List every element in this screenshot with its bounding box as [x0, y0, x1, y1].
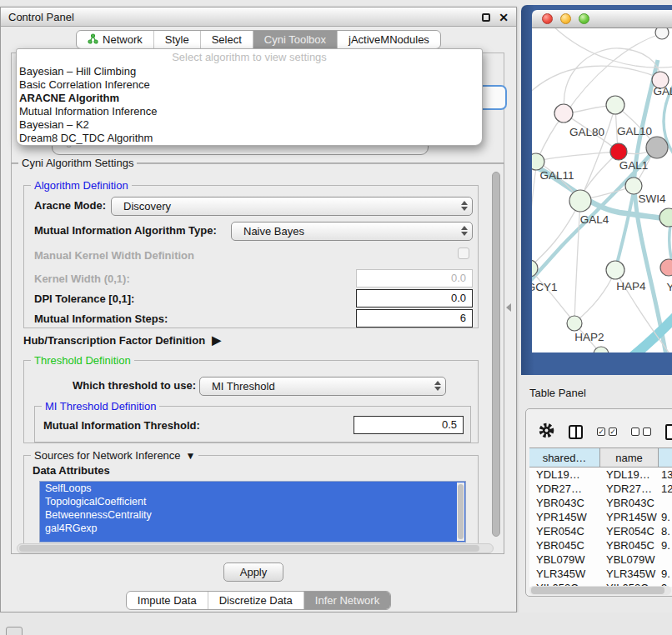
algorithm-option[interactable]: ARACNE Algorithm	[17, 92, 482, 105]
hub-definition-expander[interactable]: Hub/Transcription Factor Definition▶	[23, 333, 221, 347]
which-threshold-combobox[interactable]: MI Threshold	[199, 377, 446, 396]
network-node-hap4[interactable]	[606, 261, 624, 279]
network-node[interactable]	[646, 137, 668, 158]
table-cell: YDL19…	[529, 468, 599, 482]
tab-label: Discretize Data	[219, 594, 293, 607]
network-canvas[interactable]: GALGAL80GAL10GAL1GAL11SWI4GAL4GCY1HAP4YH…	[532, 28, 672, 352]
new-table-icon[interactable]	[665, 424, 672, 440]
tab-select[interactable]: Select	[200, 31, 253, 48]
gear-icon[interactable]	[539, 422, 554, 441]
table-cell: YDL19…	[599, 468, 658, 482]
mi-threshold-definition-title: MI Threshold Definition	[42, 400, 159, 412]
table-row[interactable]: YDR27…YDR27…12	[529, 482, 672, 496]
algorithm-option[interactable]: Bayesian – Hill Climbing	[17, 65, 482, 78]
network-node-swi4[interactable]	[625, 178, 642, 194]
table-row[interactable]: YBL079WYBL079W	[529, 552, 672, 567]
tab-cyni-toolbox[interactable]: Cyni Toolbox	[253, 31, 337, 48]
data-attribute-item[interactable]: SelfLoops	[40, 482, 465, 495]
network-node-gal4[interactable]	[569, 190, 591, 212]
columns-icon[interactable]	[569, 425, 583, 439]
network-node-gal1[interactable]	[610, 143, 627, 160]
table-cell: YBL079W	[529, 552, 599, 567]
network-node[interactable]	[659, 208, 672, 227]
close-icon[interactable]: ✕	[499, 13, 509, 22]
mi-threshold-field[interactable]: 0.5	[354, 416, 464, 434]
kernel-width-field[interactable]: 0.0	[356, 269, 473, 288]
algorithm-option[interactable]: Dream8 DC_TDC Algorithm	[17, 132, 482, 145]
data-attribute-item[interactable]: gal4RGexp	[40, 522, 465, 535]
threshold-definition-title: Threshold Definition	[31, 354, 134, 367]
network-window-titlebar	[532, 10, 672, 28]
table-cell: YDR27…	[529, 482, 599, 496]
table-row[interactable]: YDL19…YDL19…13	[529, 468, 672, 482]
node-label: GAL1	[619, 159, 649, 172]
algorithm-option[interactable]: Basic Correlation Inference	[17, 78, 482, 92]
split-pane-collapse-arrow[interactable]	[506, 303, 511, 312]
tab-style[interactable]: Style	[153, 31, 200, 48]
tab-jactivemnodules[interactable]: jActiveMNodules	[337, 31, 440, 48]
network-node-hap2[interactable]	[567, 316, 582, 331]
dpi-tolerance-field[interactable]: 0.0	[356, 289, 473, 308]
algorithm-option[interactable]: Bayesian – K2	[17, 118, 482, 132]
table-row[interactable]: YER054CYER054C8.	[529, 524, 672, 538]
settings-scrollbar[interactable]	[492, 172, 500, 537]
table-cell: YBR045C	[529, 538, 599, 552]
column-header[interactable]: shared…	[529, 448, 599, 467]
table-row[interactable]: YBR043CYBR043C	[529, 496, 672, 510]
table-panel: ✓✓ shared…nameA YDL19…YDL19…13YDR27…YDR2…	[525, 408, 672, 597]
minimize-traffic-light-icon[interactable]	[560, 13, 571, 24]
collapse-arrow-icon[interactable]: ▼	[186, 450, 196, 462]
attributes-scrollbar[interactable]	[457, 482, 464, 541]
network-node-y[interactable]	[660, 259, 672, 276]
tab-network[interactable]: Network	[77, 31, 153, 48]
deselect-all-checkboxes-icon[interactable]	[631, 428, 651, 436]
column-header[interactable]: A	[658, 448, 672, 467]
tab-discretize-data[interactable]: Discretize Data	[208, 592, 303, 609]
aracne-mode-combobox[interactable]: Discovery	[111, 197, 473, 216]
table-row[interactable]: YPR145WYPR145W9.	[529, 510, 672, 524]
table-row[interactable]: YBR045CYBR045C9.	[529, 538, 672, 552]
table-cell: YDR27…	[599, 482, 658, 496]
bottom-tabbar: Impute Data Discretize Data Infer Networ…	[1, 591, 516, 610]
tab-label: Impute Data	[138, 594, 197, 607]
table-row[interactable]: YLR345WYLR345W9.	[529, 567, 672, 581]
settings-horizontal-scrollbar[interactable]	[17, 543, 494, 553]
tab-infer-network[interactable]: Infer Network	[303, 592, 390, 609]
network-node-gal10[interactable]	[606, 96, 624, 114]
column-header[interactable]: name	[599, 448, 658, 467]
table-cell	[658, 496, 672, 510]
select-all-checkboxes-icon[interactable]: ✓✓	[597, 428, 617, 436]
close-traffic-light-icon[interactable]	[542, 13, 553, 24]
algorithm-dropdown-list: Select algorithm to view settings Bayesi…	[16, 48, 483, 146]
float-window-icon[interactable]	[482, 13, 490, 22]
data-attributes-label: Data Attributes	[33, 464, 110, 477]
cyni-algorithm-settings-group: Cyni Algorithm Settings Algorithm Defini…	[11, 162, 504, 554]
network-node-gal80[interactable]	[554, 104, 573, 122]
mi-type-value: Naive Bayes	[243, 225, 304, 238]
network-node-gal11[interactable]	[532, 153, 544, 170]
manual-kernel-checkbox[interactable]	[458, 248, 469, 259]
expand-arrow-icon[interactable]: ▶	[212, 333, 221, 347]
tab-impute-data[interactable]: Impute Data	[127, 592, 208, 609]
node-label: GAL	[653, 85, 672, 98]
tab-label: Infer Network	[315, 594, 379, 607]
algorithm-option[interactable]: Mutual Information Inference	[17, 105, 482, 118]
table-cell: YPR145W	[599, 510, 658, 524]
zoom-traffic-light-icon[interactable]	[579, 13, 589, 24]
data-attribute-item[interactable]: BetweennessCentrality	[40, 508, 465, 522]
table-cell: 8.	[658, 524, 672, 538]
tab-label: Cyni Toolbox	[264, 33, 326, 46]
mi-type-combobox[interactable]: Naive Bayes	[231, 222, 473, 241]
node-label: GCY1	[532, 281, 557, 293]
node-label: SWI4	[638, 192, 665, 205]
network-node[interactable]	[655, 28, 669, 39]
apply-button[interactable]: Apply	[223, 562, 283, 582]
data-attribute-item[interactable]: TopologicalCoefficient	[40, 495, 465, 508]
corner-panel-icon[interactable]	[6, 627, 23, 635]
table-horizontal-scrollbar[interactable]	[529, 586, 671, 595]
table-cell: YER054C	[599, 524, 658, 538]
aracne-mode-label: Aracne Mode:	[34, 199, 106, 212]
mi-steps-field[interactable]: 6	[356, 309, 473, 328]
algorithm-definition-title: Algorithm Definition	[31, 179, 132, 192]
data-attributes-list[interactable]: SelfLoopsTopologicalCoefficientBetweenne…	[39, 481, 466, 542]
